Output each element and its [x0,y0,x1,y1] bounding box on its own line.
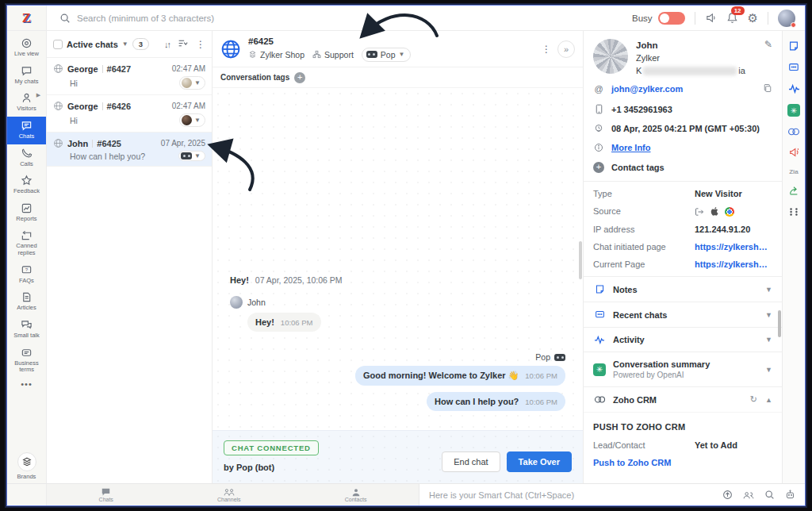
smart-chat-input[interactable] [429,490,713,500]
sidebar-item-visitors[interactable]: ▶ Visitors [7,89,46,117]
zia-icon[interactable]: Zia [789,168,799,175]
select-all-checkbox[interactable] [53,40,63,49]
search-input[interactable] [77,13,315,23]
section-notes[interactable]: Notes ▼ [584,276,782,302]
sidebar-item-live-view[interactable]: Live view [7,34,46,62]
chevron-down-icon: ▼ [765,286,772,294]
tab-channels[interactable]: Channels [217,488,241,502]
brand-label: Zylker Shop [248,50,304,60]
visitor-info-panel: John Zylker K ia ✎ @ john@zylker.com [584,31,783,483]
operator-sender-line: Pop [230,352,565,362]
sidebar-item-small-talk[interactable]: Small talk [7,316,46,344]
info-icon [593,143,604,152]
chat-filter-dropdown[interactable]: Active chats [67,40,118,49]
audience-icon[interactable] [743,490,754,500]
detail-row-ip: IP address 121.244.91.20 [584,221,782,238]
operator-dropdown[interactable]: Pop ▼ [362,48,412,62]
campaigns-icon[interactable] [788,147,800,158]
zoho-crm-icon[interactable] [787,127,800,136]
recent-chats-icon[interactable] [788,62,799,73]
apps-grid-icon[interactable] [789,207,799,217]
live-view-icon [21,37,33,49]
take-over-button[interactable]: Take Over [507,451,572,472]
add-contact-tag-button[interactable]: + [593,162,604,173]
web-channel-icon [53,63,63,74]
top-bar: Z Busy 12 ⚙ [7,6,805,31]
section-recent-chats[interactable]: Recent chats ▼ [584,302,782,327]
kebab-menu-icon[interactable]: ⋮ [542,44,551,55]
chat-list-item[interactable]: George #6427 02:47 AM Hi ▼ [47,58,212,95]
section-conversation-summary[interactable]: ✳ Conversation summary Powered by OpenAI… [584,352,782,386]
detail-row-current-page: Current Page https://zylkershops.z... [584,256,782,273]
search-icon [59,13,71,24]
more-info-link[interactable]: More Info [611,143,651,152]
chevron-down-icon: ▼ [399,51,405,58]
refresh-icon[interactable]: ↻ [750,394,757,405]
sound-icon[interactable] [705,12,717,24]
activity-icon[interactable] [788,83,800,94]
messages-area: Hey! 07 Apr, 2025, 10:06 PM John Hey!10:… [213,88,583,430]
sidebar-item-reports[interactable]: Reports [7,199,46,227]
initiated-page-link[interactable]: https://zylkershops.z... [695,242,772,252]
notes-icon[interactable] [788,40,799,52]
operator-message: How can I help you?10:06 PM [230,392,565,411]
edit-icon[interactable]: ✎ [764,39,772,75]
redacted-location [643,67,737,75]
scrollbar-thumb[interactable] [778,310,781,337]
chevron-up-icon: ▲ [765,396,772,404]
sidebar-item-chats[interactable]: Chats [7,117,46,144]
openai-icon[interactable]: ✳ [787,104,800,117]
section-activity[interactable]: Activity ▼ [584,327,782,352]
push-to-crm-link[interactable]: Push to Zoho CRM [593,458,671,467]
sidebar-item-faqs[interactable]: ? FAQs [7,261,46,289]
busy-toggle[interactable] [658,12,685,25]
sort-icon[interactable]: ↓↑ [164,40,170,49]
sidebar-item-feedback[interactable]: Feedback [7,171,46,199]
sidebar-item-brands[interactable]: Brands [17,452,36,480]
assignee-dropdown[interactable]: ▼ [178,151,205,161]
collapse-panel-button[interactable]: » [557,40,575,58]
email-link[interactable]: john@zylker.com [611,84,683,94]
kebab-menu-icon[interactable]: ⋮ [196,39,205,50]
tab-chats[interactable]: Chats [99,488,113,502]
user-avatar[interactable] [778,10,795,27]
divider [768,12,768,25]
chat-list-item[interactable]: George #6426 02:47 AM Hi ▼ [47,95,212,133]
crm-header: PUSH TO ZOHO CRM [593,416,772,439]
assignee-dropdown[interactable]: ▼ [179,113,205,127]
status-dot [791,22,796,28]
sidebar-item-articles[interactable]: Articles [7,288,46,316]
sidebar-item-canned-replies[interactable]: Canned replies [7,226,46,260]
zoho-crm-icon [593,395,606,404]
conversation-header: #6425 Zylker Shop Support Pop [213,31,583,67]
end-chat-button[interactable]: End chat [442,451,500,472]
current-page-link[interactable]: https://zylkershops.z... [695,259,772,269]
sidebar-item-business-terms[interactable]: Business terms [7,344,46,378]
add-tag-button[interactable]: + [294,72,305,83]
bot-icon[interactable] [785,490,795,500]
sidebar-item-calls[interactable]: Calls [7,144,46,172]
notifications[interactable]: 12 [726,12,738,24]
crm-section-body: PUSH TO ZOHO CRM Lead/Contact Yet to Add… [584,412,782,475]
svg-text:?: ? [25,267,29,272]
gear-icon[interactable]: ⚙ [748,11,758,25]
channels-tab-icon [224,488,235,497]
assignee-dropdown[interactable]: ▼ [179,76,205,90]
sidebar-more-button[interactable]: ••• [21,378,33,392]
filter-icon[interactable] [178,37,188,52]
search-icon[interactable] [764,490,775,500]
section-zoho-crm[interactable]: Zoho CRM ↻ ▲ [584,386,782,412]
conversation-panel: #6425 Zylker Shop Support Pop [213,31,584,483]
scrollbar-thumb[interactable] [579,241,582,279]
timezone-icon [593,124,604,133]
tab-contacts[interactable]: Contacts [345,488,367,502]
visitor-message: Hey!10:06 PM [230,313,565,332]
feedback-share-icon[interactable] [788,186,799,197]
shortcuts-icon[interactable] [722,490,733,500]
copy-icon[interactable] [763,83,772,94]
chat-list-item-selected[interactable]: John #6425 07 Apr, 2025 How can I help y… [47,133,212,167]
status-control: Busy [632,12,685,25]
zoho-logo[interactable]: Z [7,6,47,30]
sidebar-item-my-chats[interactable]: My chats [7,62,46,90]
web-channel-icon [220,39,241,60]
